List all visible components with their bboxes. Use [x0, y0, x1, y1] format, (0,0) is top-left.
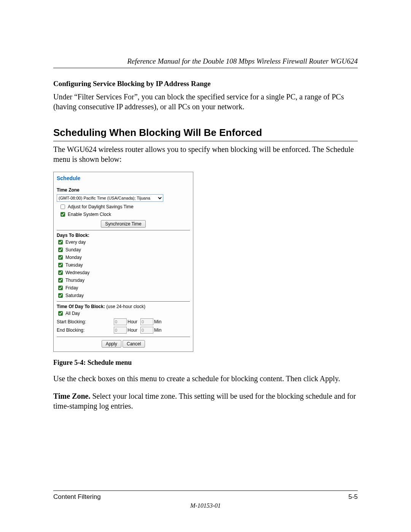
day-checkbox[interactable] — [58, 248, 63, 252]
day-checkbox[interactable] — [58, 240, 63, 244]
page-footer: Content Filtering 5-5 M-10153-01 — [53, 490, 358, 509]
enable-clock-checkbox[interactable] — [61, 212, 65, 217]
hour-unit: Hour — [127, 319, 137, 324]
enable-clock-label: Enable System Clock — [68, 212, 111, 217]
day-label: Sunday — [65, 247, 81, 252]
subheading-ip-range: Configuring Service Blocking by IP Addre… — [53, 80, 358, 88]
adjust-dst-label: Adjust for Daylight Savings Time — [68, 204, 134, 209]
timezone-label: Time Zone — [57, 187, 190, 193]
paragraph-ip-range: Under “Filter Services For”, you can blo… — [53, 92, 358, 112]
panel-title: Schedule — [57, 175, 190, 181]
cancel-button[interactable]: Cancel — [123, 340, 145, 348]
day-label: Tuesday — [65, 262, 83, 268]
footer-page-number: 5-5 — [348, 493, 358, 501]
day-checkbox[interactable] — [58, 278, 63, 283]
all-day-label: All Day — [65, 311, 80, 316]
day-checkbox[interactable] — [58, 255, 63, 260]
day-label: Thursday — [65, 278, 84, 283]
start-min-input[interactable] — [140, 318, 153, 325]
figure-caption: Figure 5-4: Schedule menu — [53, 359, 358, 367]
footer-doc-number: M-10153-01 — [53, 502, 358, 509]
paragraph-usage: Use the check boxes on this menu to crea… — [53, 374, 358, 383]
min-unit: Min — [154, 319, 161, 324]
day-label: Monday — [65, 255, 82, 260]
day-checkbox[interactable] — [58, 263, 63, 267]
document-header: Reference Manual for the Double 108 Mbps… — [53, 57, 358, 68]
day-checkbox[interactable] — [58, 270, 63, 275]
paragraph-timezone: Time Zone. Select your local time zone. … — [53, 391, 358, 411]
start-blocking-label: Start Blocking: — [57, 319, 114, 324]
min-unit: Min — [154, 328, 161, 333]
adjust-dst-checkbox[interactable] — [61, 204, 65, 209]
all-day-checkbox[interactable] — [58, 311, 63, 316]
end-blocking-label: End Blocking: — [57, 328, 114, 333]
day-checkbox[interactable] — [58, 293, 63, 298]
day-label: Wednesday — [65, 270, 89, 275]
days-to-block-label: Days To Block: — [57, 230, 190, 238]
day-label: Friday — [65, 285, 78, 291]
day-label: Saturday — [65, 293, 84, 298]
start-hour-input[interactable] — [114, 318, 127, 325]
paragraph-scheduling: The WGU624 wireless router allows you to… — [53, 144, 358, 164]
schedule-screenshot: Schedule Time Zone (GMT-08:00) Pacific T… — [53, 172, 193, 352]
end-min-input[interactable] — [140, 327, 153, 334]
timezone-select[interactable]: (GMT-08:00) Pacific Time (USA/Canada); T… — [57, 194, 163, 202]
day-label: Every day — [65, 240, 86, 245]
section-heading-scheduling: Scheduling When Blocking Will Be Enforce… — [53, 127, 358, 141]
footer-section: Content Filtering — [53, 493, 101, 501]
end-hour-input[interactable] — [114, 327, 127, 334]
apply-button[interactable]: Apply — [102, 340, 121, 348]
synchronize-time-button[interactable]: Synchronize Time — [101, 220, 145, 228]
time-of-day-label: Time Of Day To Block: (use 24-hour clock… — [57, 301, 190, 309]
day-checkbox[interactable] — [58, 286, 63, 290]
hour-unit: Hour — [127, 328, 137, 333]
